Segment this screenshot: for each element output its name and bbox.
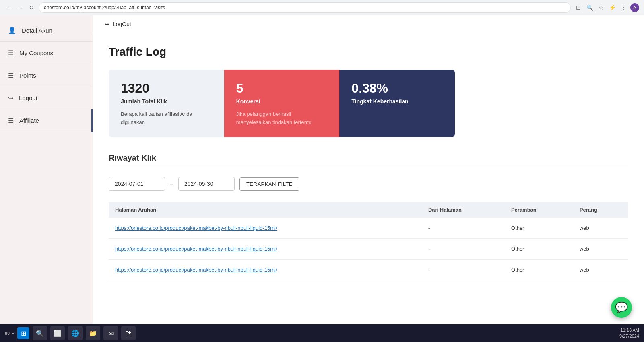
stats-grid: 1320 Jumlah Total Klik Berapa kali tauta… [109,70,455,137]
table-row: https://onestore.co.id/product/paket-mak… [109,218,628,239]
sidebar: 👤 Detail Akun ☰ My Coupons ☰ Points ↪ Lo… [0,15,93,324]
cell-url-2: https://onestore.co.id/product/paket-mak… [109,260,422,280]
menu-lines-icon-points: ☰ [8,72,14,79]
stat-desc-total-klik: Berapa kali tautan afiliasi Anda digunak… [121,110,212,126]
cell-from-1: - [422,239,505,260]
person-icon: 👤 [8,27,16,34]
taskbar-left: 88°F ⊞ 🔍 ⬜ 🌐 📁 ✉ 🛍 [5,326,136,340]
bookmark-icon[interactable]: ☆ [597,3,605,12]
sidebar-item-points[interactable]: ☰ Points [0,64,93,87]
logout-arrow-icon: ↪ [105,21,109,27]
cell-url-1: https://onestore.co.id/product/paket-mak… [109,239,422,260]
sidebar-label-detail-akun: Detail Akun [22,27,52,34]
logout-text: LogOut [113,21,131,27]
search-taskbar-button[interactable]: 🔍 [33,326,47,340]
sidebar-item-detail-akun[interactable]: 👤 Detail Akun [0,19,93,42]
date-from-input[interactable] [109,177,165,191]
sidebar-label-affiliate: Affiliate [19,117,39,124]
forward-button[interactable]: → [16,4,24,12]
col-header-halaman-arahan: Halaman Arahan [109,202,422,218]
taskbar-time: 11:13 AM 9/27/2024 [619,327,639,340]
menu-lines-icon-affiliate: ☰ [8,117,14,124]
sidebar-item-affiliate[interactable]: ☰ Affiliate [0,109,93,132]
cell-device-1: web [573,239,628,260]
url-text: onestore.co.id/my-account-2/uap/?uap_aff… [44,5,165,10]
logout-icon: ↪ [8,94,13,102]
cell-from-2: - [422,260,505,280]
extension-icon[interactable]: ⚡ [608,3,617,12]
content-area: Traffic Log 1320 Jumlah Total Klik Berap… [93,33,644,293]
page-layout: 👤 Detail Akun ☰ My Coupons ☰ Points ↪ Lo… [0,15,644,324]
mail-button[interactable]: ✉ [103,326,118,340]
stat-label-total-klik: Jumlah Total Klik [121,98,212,105]
stat-number-total-klik: 1320 [121,81,212,96]
cell-url-0: https://onestore.co.id/product/paket-mak… [109,218,422,239]
apply-filter-button[interactable]: TERAPKAN FILTE [239,177,299,191]
main-content: ↪ LogOut Traffic Log 1320 Jumlah Total K… [93,15,644,324]
page-title: Traffic Log [109,45,628,58]
url-bar[interactable]: onestore.co.id/my-account-2/uap/?uap_aff… [39,2,571,13]
taskbar-time-display: 11:13 AM [619,327,639,333]
browser-icons: ⊡ 🔍 ☆ ⚡ ⋮ A [574,3,639,12]
url-link-0[interactable]: https://onestore.co.id/product/paket-mak… [115,225,277,231]
table-container: Halaman Arahan Dari Halaman Peramban Per… [109,202,628,280]
sidebar-item-logout[interactable]: ↪ Logout [0,87,93,109]
start-button[interactable]: ⊞ [17,327,29,339]
table-row: https://onestore.co.id/product/paket-mak… [109,260,628,280]
edge-button[interactable]: 🌐 [68,326,83,340]
stat-label-konversi: Konversi [236,98,328,105]
menu-icon[interactable]: ⋮ [619,3,628,12]
section-title-riwayat: Riwayat Klik [109,153,628,167]
col-header-peramban: Peramban [505,202,573,218]
table-row: https://onestore.co.id/product/paket-mak… [109,239,628,260]
stat-desc-konversi: Jika pelanggan berhasil menyelesaikan ti… [236,110,328,126]
stat-card-tingkat: 0.38% Tingkat Keberhasilan [339,70,455,137]
browser-bar: ← → ↻ onestore.co.id/my-account-2/uap/?u… [0,0,644,15]
whatsapp-button[interactable]: 💬 [611,297,632,318]
search-icon[interactable]: 🔍 [585,3,594,12]
sidebar-item-my-coupons[interactable]: ☰ My Coupons [0,42,93,64]
date-separator: – [170,180,173,187]
taskbar: 88°F ⊞ 🔍 ⬜ 🌐 📁 ✉ 🛍 11:13 AM 9/27/2024 [0,324,644,342]
taskbar-right: 11:13 AM 9/27/2024 [619,327,639,340]
traffic-table: Halaman Arahan Dari Halaman Peramban Per… [109,202,628,280]
menu-lines-icon-coupons: ☰ [8,49,14,57]
logout-link[interactable]: ↪ LogOut [105,21,632,27]
whatsapp-icon: 💬 [615,301,628,314]
reload-button[interactable]: ↻ [27,4,35,12]
url-link-1[interactable]: https://onestore.co.id/product/paket-mak… [115,246,277,252]
stat-label-tingkat: Tingkat Keberhasilan [351,98,443,105]
date-to-input[interactable] [178,177,235,191]
table-header-row: Halaman Arahan Dari Halaman Peramban Per… [109,202,628,218]
screen-icon[interactable]: ⊡ [574,3,583,12]
cell-browser-2: Other [505,260,573,280]
back-button[interactable]: ← [5,4,13,12]
cell-device-2: web [573,260,628,280]
col-header-perangkat: Perang [573,202,628,218]
user-avatar[interactable]: A [630,3,639,12]
url-link-2[interactable]: https://onestore.co.id/product/paket-mak… [115,267,277,273]
sidebar-label-my-coupons: My Coupons [19,49,53,56]
logout-bar: ↪ LogOut [93,15,644,33]
stat-card-total-klik: 1320 Jumlah Total Klik Berapa kali tauta… [109,70,224,137]
cell-device-0: web [573,218,628,239]
stat-card-konversi: 5 Konversi Jika pelanggan berhasil menye… [224,70,340,137]
stat-number-tingkat: 0.38% [351,81,443,96]
cell-browser-1: Other [505,239,573,260]
sidebar-label-logout: Logout [19,95,37,101]
sidebar-label-points: Points [19,72,36,79]
taskbar-weather: 88°F [5,331,14,336]
col-header-dari-halaman: Dari Halaman [422,202,505,218]
taskview-button[interactable]: ⬜ [50,326,65,340]
filter-row: – TERAPKAN FILTE [109,177,628,191]
taskbar-date-display: 9/27/2024 [619,333,639,339]
cell-from-0: - [422,218,505,239]
store-button[interactable]: 🛍 [121,326,136,340]
explorer-button[interactable]: 📁 [86,326,100,340]
cell-browser-0: Other [505,218,573,239]
stat-number-konversi: 5 [236,81,328,96]
